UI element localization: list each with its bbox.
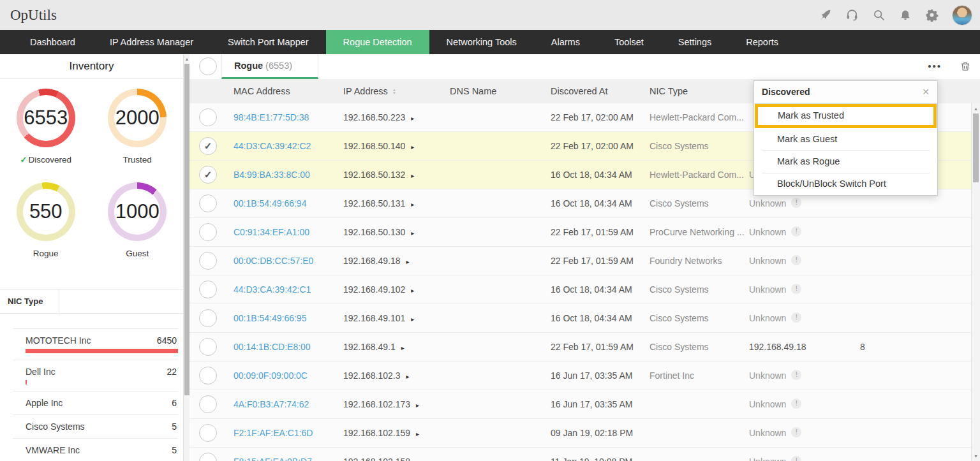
- expand-caret-icon[interactable]: ▸: [406, 258, 410, 265]
- column-header-nic[interactable]: NIC Type: [650, 79, 688, 103]
- column-header-ip-label: IP Address: [343, 86, 388, 96]
- table-row: 4A:F0:B3:A7:74:62192.168.102.173▸16 Jun …: [189, 390, 980, 419]
- nic-list-item[interactable]: Apple Inc6: [13, 391, 178, 415]
- expand-caret-icon[interactable]: ▸: [411, 201, 414, 208]
- row-checkbox[interactable]: [199, 395, 217, 413]
- expand-caret-icon[interactable]: ▸: [406, 373, 410, 380]
- search-icon[interactable]: [872, 8, 886, 22]
- nav-tab-alarms[interactable]: Alarms: [534, 30, 597, 54]
- warning-badge-icon[interactable]: !: [791, 284, 801, 294]
- scroll-down-icon[interactable]: ▼: [972, 454, 980, 458]
- row-checkbox[interactable]: [199, 453, 217, 461]
- warning-badge-icon[interactable]: !: [791, 399, 801, 409]
- warning-badge-icon[interactable]: !: [791, 255, 801, 265]
- warning-badge-icon[interactable]: !: [791, 456, 801, 461]
- user-avatar[interactable]: [952, 5, 972, 26]
- nav-tab-rogue-detection[interactable]: Rogue Detection: [326, 30, 429, 54]
- tab-rogue-count: (6553): [265, 61, 292, 71]
- menu-item-block-unblock-switch-port[interactable]: Block/UnBlock Switch Port: [754, 173, 937, 195]
- row-checkbox[interactable]: [199, 252, 217, 270]
- warning-badge-icon[interactable]: !: [791, 226, 801, 237]
- row-checkbox[interactable]: [199, 194, 217, 212]
- ip-address: 192.168.50.131: [343, 198, 405, 209]
- expand-caret-icon[interactable]: ▸: [416, 402, 419, 409]
- nic-list-item[interactable]: VMWARE Inc5: [13, 439, 178, 461]
- nic-list-item[interactable]: MOTOTECH Inc6450: [13, 329, 178, 360]
- expand-caret-icon[interactable]: ▸: [416, 430, 419, 437]
- nav-tab-toolset[interactable]: Toolset: [597, 30, 661, 54]
- nav-tab-switch-port-mapper[interactable]: Switch Port Mapper: [211, 30, 326, 54]
- row-checkbox[interactable]: [199, 309, 217, 327]
- nic-list-item[interactable]: Cisco Systems5: [13, 415, 178, 439]
- column-header-discovered[interactable]: Discovered At: [551, 79, 607, 103]
- table-scrollbar[interactable]: ▲ ▼: [971, 103, 980, 461]
- table-scrollbar-thumb[interactable]: [973, 113, 979, 182]
- tab-rogue[interactable]: Rogue(6553): [221, 54, 318, 79]
- row-checkbox[interactable]: [199, 281, 217, 298]
- row-checkbox[interactable]: ✓: [199, 166, 217, 184]
- expand-caret-icon[interactable]: ▸: [411, 172, 414, 179]
- menu-item-mark-as-guest[interactable]: Mark as Guest: [754, 128, 937, 150]
- nav-tab-dashboard[interactable]: Dashboard: [13, 30, 93, 54]
- more-actions-button[interactable]: •••: [928, 63, 942, 70]
- sort-icon[interactable]: ▲▼: [392, 88, 396, 94]
- warning-badge-icon[interactable]: !: [791, 370, 801, 380]
- expand-caret-icon[interactable]: ▸: [411, 316, 414, 323]
- expand-caret-icon[interactable]: ▸: [411, 115, 414, 122]
- donut-chart-trusted[interactable]: 2000: [108, 89, 167, 147]
- delete-trash-icon[interactable]: [960, 61, 971, 72]
- mac-address-link[interactable]: 00:1B:54:49:66:95: [234, 304, 306, 332]
- row-checkbox[interactable]: [199, 424, 217, 442]
- mac-address-link[interactable]: F8:15:AF:EA:0B:D7: [234, 448, 312, 461]
- row-checkbox[interactable]: [199, 338, 217, 356]
- expand-caret-icon[interactable]: ▸: [411, 287, 414, 294]
- settings-gear-icon[interactable]: [925, 8, 939, 22]
- ip-address-cell: 192.168.102.3▸: [343, 362, 410, 391]
- nav-tab-ip-address-manager[interactable]: IP Address Manager: [93, 30, 211, 54]
- nav-tab-networking-tools[interactable]: Networking Tools: [429, 30, 534, 54]
- nic-list-item[interactable]: Dell Inc22: [13, 360, 178, 391]
- donut-chart-discovered[interactable]: 6553: [17, 89, 75, 147]
- mac-address-link[interactable]: 98:4B:E1:77:5D:38: [234, 103, 309, 131]
- mac-address-link[interactable]: 00:09:0F:09:00:0C: [234, 362, 308, 390]
- ip-address: 192.168.102.3: [343, 370, 401, 381]
- row-checkbox[interactable]: [199, 223, 217, 241]
- support-headset-icon[interactable]: [845, 8, 859, 22]
- mac-address-link[interactable]: 44:D3:CA:39:42:C1: [234, 275, 311, 304]
- nav-tab-settings[interactable]: Settings: [661, 30, 729, 54]
- warning-badge-icon[interactable]: !: [791, 312, 801, 323]
- mac-address-link[interactable]: F2:1F:AF:EA:C1:6D: [234, 419, 313, 447]
- donut-value: 2000: [115, 106, 160, 129]
- expand-caret-icon[interactable]: ▸: [401, 344, 405, 351]
- mac-address-link[interactable]: 00:0C:DB:CC:57:E0: [234, 247, 313, 275]
- menu-item-mark-as-rogue[interactable]: Mark as Rogue: [754, 150, 937, 173]
- donut-chart-rogue[interactable]: 550: [17, 182, 75, 241]
- mac-address-link[interactable]: B4:99:BA:33:8C:00: [234, 161, 310, 189]
- mac-address-link[interactable]: 4A:F0:B3:A7:74:62: [234, 390, 309, 418]
- mac-address-link[interactable]: 44:D3:CA:39:42:C2: [234, 132, 311, 160]
- menu-item-mark-as-trusted[interactable]: Mark as Trusted: [755, 104, 937, 128]
- row-checkbox[interactable]: ✓: [199, 137, 217, 155]
- row-checkbox[interactable]: [199, 367, 217, 384]
- warning-badge-icon[interactable]: !: [791, 427, 801, 437]
- tab-nic-type[interactable]: NIC Type: [0, 290, 59, 313]
- expand-caret-icon[interactable]: ▸: [411, 143, 414, 150]
- column-header-mac[interactable]: MAC Address: [234, 79, 290, 103]
- warning-badge-icon[interactable]: !: [791, 198, 801, 208]
- launcher-rocket-icon[interactable]: [819, 8, 832, 22]
- expand-caret-icon[interactable]: ▸: [411, 230, 414, 237]
- close-icon[interactable]: ✕: [922, 81, 930, 103]
- scroll-up-icon[interactable]: ▲: [972, 106, 980, 111]
- nav-tab-reports[interactable]: Reports: [729, 30, 796, 54]
- column-header-ip[interactable]: IP Address▲▼: [343, 79, 396, 103]
- notifications-bell-icon[interactable]: [899, 9, 912, 22]
- column-header-dns[interactable]: DNS Name: [450, 79, 496, 103]
- donut-chart-guest[interactable]: 1000: [108, 182, 167, 241]
- mac-address-link[interactable]: 00:14:1B:CD:E8:00: [234, 333, 311, 361]
- sidebar-scrollbar-thumb[interactable]: [184, 64, 189, 395]
- row-checkbox[interactable]: [199, 108, 217, 126]
- mac-address-link[interactable]: 00:1B:54:49:66:94: [234, 189, 306, 217]
- nic-type: Foundry Networks: [650, 247, 722, 275]
- mac-address-link[interactable]: C0:91:34:EF:A1:00: [234, 218, 309, 246]
- select-all-checkbox[interactable]: [199, 57, 217, 75]
